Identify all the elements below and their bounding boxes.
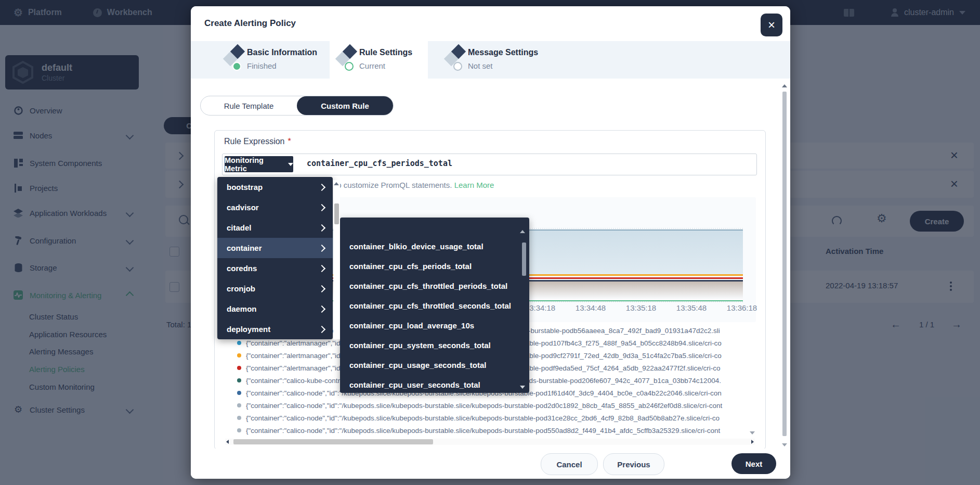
scroll-left-icon[interactable] [226, 440, 229, 444]
step-rule-settings[interactable]: Rule Settings Current [332, 41, 430, 79]
modal-footer: Cancel Previous Next [191, 449, 790, 479]
step-status-dot-notset [453, 62, 462, 71]
x-tick: 13:35:48 [665, 303, 717, 312]
create-alerting-policy-modal: Create Alerting Policy × Basic Informati… [191, 6, 790, 479]
menu-item-container[interactable]: container [217, 238, 333, 258]
step-title: Basic Information [247, 48, 317, 57]
category-scroll-thumb[interactable] [334, 203, 339, 224]
scroll-down-icon[interactable] [520, 386, 525, 389]
chevron-right-icon [318, 305, 325, 312]
series-color-dot [237, 416, 241, 420]
series-color-dot [237, 428, 241, 432]
menu-item-metric[interactable]: container_cpu_user_seconds_total [340, 375, 529, 394]
steps-bar: Basic Information Finished Rule Settings… [191, 41, 790, 79]
close-x-icon: × [768, 18, 775, 32]
menu-item-deployment[interactable]: deployment [217, 319, 333, 339]
chevron-right-icon [318, 224, 325, 231]
series-color-dot [237, 341, 241, 345]
menu-item-metric[interactable]: container_blkio_device_usage_total [340, 236, 529, 256]
menu-item-metric[interactable]: container_cpu_cfs_periods_total [340, 256, 529, 276]
menu-item-cronjob[interactable]: cronjob [217, 278, 333, 299]
required-asterisk: * [288, 137, 291, 146]
next-button[interactable]: Next [731, 453, 776, 474]
series-color-dot [237, 353, 241, 358]
vertical-scroll-thumb[interactable] [782, 92, 787, 436]
menu-item-bootstrap[interactable]: bootstrap [217, 177, 333, 197]
menu-item-daemon[interactable]: daemon [217, 299, 333, 319]
rule-type-toggle: Rule Template Custom Rule [200, 96, 394, 116]
metric-submenu: container_blkio_device_usage_total conta… [340, 218, 529, 393]
x-tick: 13:35:18 [615, 303, 667, 312]
x-tick: 13:34:48 [565, 303, 617, 312]
menu-item-metric[interactable]: container_cpu_system_seconds_total [340, 335, 529, 355]
scroll-right-icon[interactable] [751, 440, 754, 444]
step-status: Not set [468, 61, 493, 70]
monitoring-metric-dropdown-button[interactable]: Monitoring Metric [225, 156, 293, 172]
modal-title: Create Alerting Policy [204, 18, 296, 29]
chevron-right-icon [318, 325, 325, 333]
chevron-right-icon [318, 264, 325, 272]
cancel-button[interactable]: Cancel [541, 453, 598, 475]
legend-row[interactable]: {"container":"calico-node","id":"/kubepo… [224, 424, 756, 437]
step-title: Rule Settings [359, 48, 412, 57]
chevron-right-icon [318, 244, 325, 251]
modal-close-button[interactable]: × [761, 14, 782, 36]
menu-item-coredns[interactable]: coredns [217, 258, 333, 278]
step-status-dot-finished [232, 62, 241, 71]
modal-header: Create Alerting Policy × [191, 6, 790, 41]
submenu-scroll-thumb[interactable] [522, 242, 526, 276]
series-color-dot [237, 391, 241, 395]
screen: ⚙ Platform Workbench cluster-admin [0, 0, 980, 485]
x-tick: 13:36:18 [716, 303, 766, 312]
menu-item-metric[interactable]: container_cpu_cfs_throttled_periods_tota… [340, 276, 529, 296]
menu-item-citadel[interactable]: citadel [217, 218, 333, 238]
series-color-dot [237, 366, 241, 370]
tab-custom-rule[interactable]: Custom Rule [297, 96, 393, 115]
scroll-up-icon[interactable] [334, 182, 339, 185]
series-color-dot [237, 403, 241, 407]
modal-vertical-scrollbar[interactable] [782, 84, 787, 446]
previous-button[interactable]: Previous [603, 453, 664, 475]
step-title: Message Settings [468, 48, 538, 57]
scroll-up-icon[interactable] [520, 230, 525, 233]
step-status: Current [359, 61, 385, 70]
legend-row[interactable]: {"container":"calico-node","id":"/kubepo… [224, 412, 756, 424]
learn-more-link[interactable]: Learn More [454, 181, 494, 189]
step-status-dot-current [345, 62, 354, 71]
chevron-right-icon [318, 203, 325, 211]
rule-expression-input[interactable]: Monitoring Metric container_cpu_cfs_peri… [222, 154, 757, 175]
tab-rule-template[interactable]: Rule Template [201, 96, 297, 115]
horizontal-scroll-thumb[interactable] [233, 439, 433, 444]
metric-category-menu: bootstrap cadvisor citadel container cor… [217, 177, 333, 339]
step-message-settings[interactable]: Message Settings Not set [441, 41, 555, 79]
rule-expression-label: Rule Expression* [224, 137, 291, 146]
step-basic-information[interactable]: Basic Information Finished [220, 41, 330, 79]
menu-item-metric[interactable]: container_cpu_load_average_10s [340, 315, 529, 335]
legend-scroll-down-icon[interactable] [750, 431, 755, 435]
menu-item-metric[interactable]: container_cpu_cfs_throttled_seconds_tota… [340, 296, 529, 315]
menu-item-metric[interactable]: container_cpu_usage_seconds_total [340, 355, 529, 375]
menu-item-cadvisor[interactable]: cadvisor [217, 197, 333, 218]
chevron-right-icon [318, 285, 325, 292]
step-status: Finished [247, 61, 277, 70]
series-color-dot [237, 378, 241, 382]
scroll-up-icon[interactable] [782, 84, 787, 87]
caret-down-icon [288, 163, 293, 166]
metric-button-label: Monitoring Metric [225, 156, 284, 173]
category-menu-scrollbar[interactable] [333, 180, 340, 339]
horizontal-scrollbar[interactable] [225, 439, 755, 445]
rule-expression-value: container_cpu_cfs_periods_total [307, 159, 452, 168]
scroll-down-icon[interactable] [782, 443, 787, 446]
chevron-right-icon [318, 183, 325, 190]
legend-row[interactable]: {"container":"calico-node","id":"/kubepo… [224, 399, 756, 412]
